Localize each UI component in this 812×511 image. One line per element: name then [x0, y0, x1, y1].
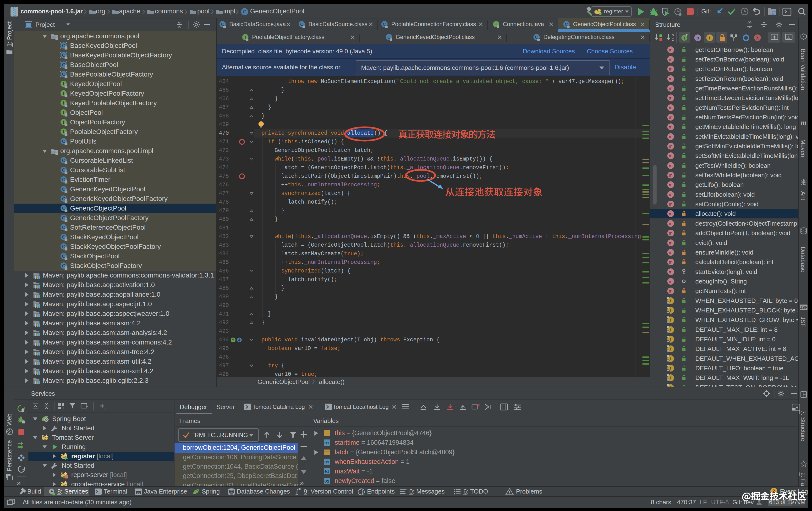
svg-text:m: m [669, 211, 673, 216]
svg-text:1: Project: 1: Project [6, 21, 13, 47]
svg-text:m: m [669, 47, 673, 52]
svg-text:7: Structure: 7: Structure [800, 410, 807, 441]
svg-text:01: 01 [324, 479, 329, 484]
svg-text:m: m [669, 279, 673, 284]
svg-text:p: p [697, 35, 699, 40]
svg-text:m: m [669, 250, 673, 255]
svg-text:m: m [669, 105, 673, 110]
svg-text:01: 01 [324, 460, 329, 464]
svg-text:01: 01 [324, 470, 329, 474]
svg-text:λ: λ [756, 35, 759, 40]
svg-text:f: f [670, 317, 671, 322]
svg-text:Database: Database [800, 247, 807, 272]
svg-text:I: I [684, 36, 685, 40]
svg-text:f: f [670, 327, 671, 332]
svg-text:m: m [669, 202, 673, 207]
svg-text:m: m [669, 221, 673, 226]
svg-text:m: m [669, 86, 673, 91]
svg-text:f: f [670, 337, 671, 342]
svg-text:m: m [669, 95, 673, 101]
svg-text:Bean Validation: Bean Validation [800, 49, 807, 90]
svg-text:m: m [669, 76, 673, 81]
svg-text:f: f [670, 346, 671, 351]
svg-text:EE: EE [137, 491, 140, 494]
svg-text:m: m [669, 231, 673, 236]
svg-text:f: f [670, 366, 671, 371]
svg-text:z: z [672, 37, 674, 41]
svg-text:m: m [669, 115, 673, 120]
svg-text:m: m [669, 173, 673, 178]
svg-text:m: m [669, 163, 673, 168]
svg-text:m: m [669, 144, 673, 149]
svg-text:m: m [669, 288, 673, 293]
svg-text:f: f [709, 35, 710, 40]
svg-text:m: m [669, 269, 673, 275]
svg-text:a: a [672, 33, 674, 37]
svg-text:m: m [669, 192, 673, 197]
svg-text:C: C [243, 9, 246, 15]
svg-text:m: m [669, 240, 673, 246]
svg-text:Persistence: Persistence [6, 440, 13, 472]
svg-text:m: m [669, 66, 673, 72]
svg-text:m: m [669, 153, 673, 159]
svg-text:f: f [670, 298, 671, 303]
svg-text:JSF: JSF [800, 316, 807, 327]
svg-text:m: m [669, 124, 673, 130]
svg-text:m: m [669, 182, 673, 187]
svg-text:m: m [669, 134, 673, 139]
svg-text:Ant: Ant [800, 191, 807, 200]
svg-text:01: 01 [324, 441, 329, 446]
svg-text:m: m [669, 260, 673, 264]
svg-text:f: f [670, 356, 671, 361]
svg-text:f: f [670, 308, 671, 313]
svg-text:f: f [670, 375, 671, 380]
svg-text:m: m [669, 57, 673, 62]
